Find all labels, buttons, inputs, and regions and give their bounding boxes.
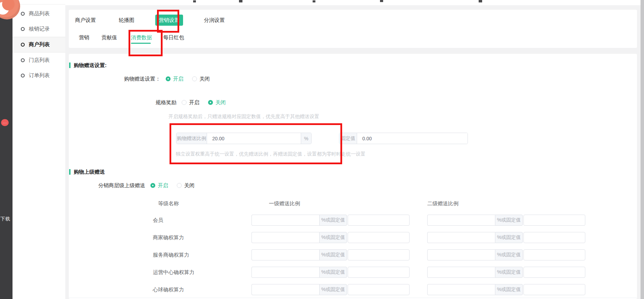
gift-ratio-label-addon: 购物赠送比例 [176,133,207,144]
table-row: 心球确权算力 %或固定值 %或固定值 [69,284,637,295]
fixed-value-input[interactable] [357,133,468,144]
level-name: 服务商确权算力 [153,252,189,258]
level2-percent-input[interactable] [427,249,495,260]
level-name: 商家确权算力 [153,234,184,241]
sidebar-item-goods-list[interactable]: 商品列表 [13,6,65,22]
level2-fixed-input[interactable] [523,249,585,260]
tabs-card: 商户设置 轮播图 营销设置 分润设置 营销 贡献值 消费数据 每日红包 [69,10,637,48]
level1-cell: %或固定值 [251,267,410,278]
radio-group-label: 规格奖励 [156,99,176,106]
radio-group-label: 购物赠送设置： [114,76,160,82]
level1-percent-input[interactable] [251,249,319,260]
tab-merchant-settings[interactable]: 商户设置 [75,17,96,24]
level-name: 会员 [153,217,163,224]
sidebar-item-label: 门店列表 [29,57,50,64]
sidebar-divider [13,4,65,5]
circle-icon [21,58,25,62]
level2-fixed-input[interactable] [523,232,585,243]
level2-fixed-input[interactable] [523,284,585,295]
purchase-gift-radio-group: 购物赠送设置： 开启 关闭 [114,74,210,84]
level2-percent-input[interactable] [427,267,495,278]
section-accent-bar [69,63,71,68]
vertical-scrollbar[interactable] [641,0,644,299]
radio-on-label[interactable]: 开启 [189,99,199,106]
radio-on-label[interactable]: 开启 [173,76,183,82]
percent-suffix-addon: % [301,133,311,144]
cropped-text-fragment [193,0,196,2]
percent-or-fixed-addon: %或固定值 [319,249,347,260]
subtab-daily-red-packet[interactable]: 每日红包 [163,34,184,41]
gift-ratio-input[interactable] [207,133,301,144]
level2-cell: %或固定值 [427,215,585,226]
table-header-level2-ratio: 二级赠送比例 [427,200,459,207]
circle-icon [21,43,25,47]
percent-or-fixed-addon: %或固定值 [319,215,347,226]
level-name: 运营中心确权算力 [153,269,195,276]
subtab-consumption-data-active[interactable]: 消费数据 [131,34,152,41]
level1-percent-input[interactable] [251,284,319,295]
radio-off[interactable] [192,76,197,81]
level1-percent-input[interactable] [251,232,319,243]
table-row: 商家确权算力 %或固定值 %或固定值 [69,232,637,243]
weight-rule-hint: 独立设置权重高于统一设置，优先赠送比例，再赠送固定值，设置都为零时时走统一设置 [176,151,365,157]
sidebar-item-order-list[interactable]: 订单列表 [13,68,65,83]
radio-off[interactable] [177,183,182,188]
fixed-value-label-addon: 固定值 [339,133,357,144]
level1-fixed-input[interactable] [348,215,410,226]
radio-on[interactable] [182,100,187,105]
level2-cell: %或固定值 [427,284,585,295]
section-accent-bar [69,169,71,175]
radio-on-label[interactable]: 开启 [158,182,168,189]
level1-fixed-input[interactable] [348,284,410,295]
section-title: 购物赠送设置: [74,62,107,69]
level2-fixed-input[interactable] [523,215,585,226]
table-header-level-name: 等级名称 [158,200,179,207]
level1-fixed-input[interactable] [348,249,410,260]
level2-percent-input[interactable] [427,284,495,295]
spec-reward-radio-group: 规格奖励 开启 关闭 [156,98,226,107]
tab-profit-sharing-settings[interactable]: 分润设置 [204,17,225,24]
fixed-value-field: 固定值 [339,133,468,144]
content-card: 购物赠送设置: 购物赠送设置： 开启 关闭 规格奖励 开启 关闭 开启规格奖励后… [69,54,637,299]
radio-on-selected[interactable] [150,183,155,188]
active-subtab-underline [131,43,151,44]
cropped-text-fragment [313,0,315,2]
level2-fixed-input[interactable] [523,267,585,278]
tab-marketing-settings-active[interactable]: 营销设置 [155,15,183,26]
more-actions-button[interactable]: ... [1,119,9,126]
percent-or-fixed-addon: %或固定值 [495,215,523,226]
sidebar-item-label: 商品列表 [29,10,50,17]
level2-percent-input[interactable] [427,215,495,226]
level1-percent-input[interactable] [251,215,319,226]
level1-cell: %或固定值 [251,232,410,243]
percent-or-fixed-addon: %或固定值 [495,249,523,260]
left-rail: ... 下载 [0,0,13,299]
level1-fixed-input[interactable] [348,232,410,243]
percent-or-fixed-addon: %或固定值 [495,232,523,243]
level1-percent-input[interactable] [251,267,319,278]
subtab-contribution-value[interactable]: 贡献值 [101,34,117,41]
sidebar-item-label: 核销记录 [29,26,50,32]
sidebar-item-label: 商户列表 [29,41,50,48]
level1-cell: %或固定值 [251,215,410,226]
level1-cell: %或固定值 [251,284,410,295]
download-link[interactable]: 下载 [0,216,12,222]
distributor-gift-radio-group: 分销商层级上级赠送 开启 关闭 [98,181,195,190]
percent-or-fixed-addon: %或固定值 [495,284,523,295]
radio-off-label[interactable]: 关闭 [199,76,210,82]
sidebar-item-verify-records[interactable]: 核销记录 [13,21,65,37]
cropped-top-strip [65,0,641,5]
level1-cell: %或固定值 [251,249,410,260]
radio-off-label[interactable]: 关闭 [184,182,195,189]
section-header-purchase-gift: 购物赠送设置: [69,62,107,68]
radio-on-selected[interactable] [166,76,171,81]
level1-fixed-input[interactable] [348,267,410,278]
sidebar-item-store-list[interactable]: 门店列表 [13,52,65,68]
level-name: 心球确权算力 [153,286,184,293]
radio-off-selected[interactable] [208,100,213,105]
subtab-marketing[interactable]: 营销 [79,34,89,41]
level2-percent-input[interactable] [427,232,495,243]
radio-off-label[interactable]: 关闭 [215,99,226,106]
sidebar-item-merchant-list[interactable]: 商户列表 [13,37,65,52]
tab-carousel[interactable]: 轮播图 [119,17,134,24]
